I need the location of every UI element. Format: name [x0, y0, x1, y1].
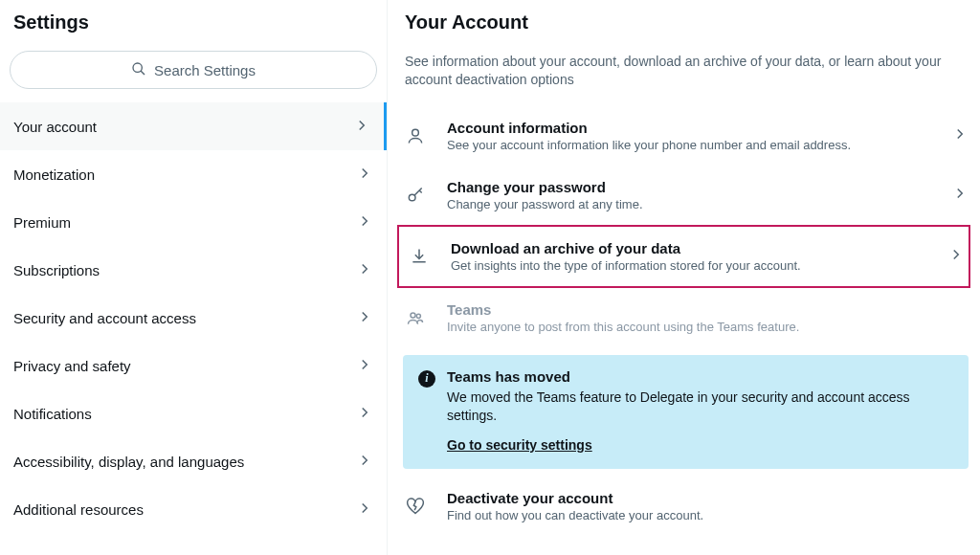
svg-line-1	[141, 71, 145, 75]
download-icon	[405, 247, 434, 266]
option-desc: See your account information like your p…	[447, 138, 934, 152]
option-download-archive[interactable]: Download an archive of your data Get ins…	[397, 225, 970, 288]
go-to-security-link[interactable]: Go to security settings	[447, 437, 592, 453]
option-title: Change your password	[447, 179, 934, 195]
callout-title: Teams has moved	[447, 368, 953, 385]
nav-label: Premium	[13, 214, 71, 231]
chevron-right-icon	[356, 500, 373, 520]
nav-accessibility[interactable]: Accessibility, display, and languages	[0, 437, 387, 485]
chevron-right-icon	[356, 165, 373, 185]
settings-nav: Your account Monetization Premium Subscr…	[0, 102, 387, 533]
option-desc: Get insights into the type of informatio…	[451, 258, 930, 273]
option-title: Teams	[447, 301, 969, 318]
nav-your-account[interactable]: Your account	[0, 102, 387, 150]
svg-point-2	[412, 129, 419, 136]
search-placeholder: Search Settings	[154, 62, 256, 78]
nav-label: Notifications	[13, 406, 92, 422]
option-title: Download an archive of your data	[451, 240, 930, 256]
nav-subscriptions[interactable]: Subscriptions	[0, 246, 387, 294]
panel-subtitle: See information about your account, down…	[388, 43, 980, 106]
person-icon	[401, 126, 430, 145]
chevron-right-icon	[951, 125, 969, 146]
chevron-right-icon	[951, 185, 969, 206]
chevron-right-icon	[356, 260, 373, 280]
heartbreak-icon	[401, 497, 430, 516]
nav-label: Additional resources	[13, 501, 144, 518]
nav-security[interactable]: Security and account access	[0, 294, 387, 342]
nav-label: Accessibility, display, and languages	[13, 454, 244, 470]
nav-label: Your account	[13, 119, 97, 135]
teams-moved-callout: i Teams has moved We moved the Teams fea…	[403, 355, 969, 469]
chevron-right-icon	[356, 212, 373, 233]
search-icon	[131, 61, 146, 79]
nav-additional[interactable]: Additional resources	[0, 485, 387, 533]
option-deactivate[interactable]: Deactivate your account Find out how you…	[388, 477, 980, 536]
option-desc: Find out how you can deactivate your acc…	[447, 508, 969, 522]
info-icon: i	[418, 370, 435, 388]
option-account-information[interactable]: Account information See your account inf…	[388, 106, 980, 166]
panel-title: Your Account	[388, 0, 980, 43]
option-title: Deactivate your account	[447, 490, 969, 506]
option-teams: Teams Invite anyone to post from this ac…	[388, 288, 980, 347]
account-options: Account information See your account inf…	[388, 106, 980, 536]
svg-point-5	[416, 314, 420, 318]
search-settings-input[interactable]: Search Settings	[10, 51, 377, 89]
option-change-password[interactable]: Change your password Change your passwor…	[388, 166, 980, 225]
nav-label: Privacy and safety	[13, 358, 131, 374]
key-icon	[401, 186, 430, 205]
nav-monetization[interactable]: Monetization	[0, 150, 387, 198]
nav-label: Security and account access	[13, 310, 196, 326]
chevron-right-icon	[356, 404, 373, 424]
nav-privacy[interactable]: Privacy and safety	[0, 342, 387, 389]
chevron-right-icon	[356, 452, 373, 472]
chevron-right-icon	[356, 356, 373, 376]
nav-label: Subscriptions	[13, 262, 100, 278]
svg-point-0	[133, 63, 142, 72]
svg-point-3	[409, 194, 415, 201]
people-icon	[401, 308, 430, 327]
svg-point-4	[411, 313, 415, 318]
option-title: Account information	[447, 120, 934, 136]
chevron-right-icon	[353, 117, 370, 137]
nav-premium[interactable]: Premium	[0, 198, 387, 246]
option-desc: Change your password at any time.	[447, 197, 934, 211]
settings-title: Settings	[0, 0, 387, 51]
option-desc: Invite anyone to post from this account …	[447, 320, 969, 334]
account-panel: Your Account See information about your …	[388, 0, 980, 555]
chevron-right-icon	[947, 246, 965, 267]
callout-text: We moved the Teams feature to Delegate i…	[447, 388, 953, 426]
settings-sidebar: Settings Search Settings Your account Mo…	[0, 0, 388, 555]
nav-notifications[interactable]: Notifications	[0, 389, 387, 437]
nav-label: Monetization	[13, 166, 95, 183]
chevron-right-icon	[356, 308, 373, 328]
